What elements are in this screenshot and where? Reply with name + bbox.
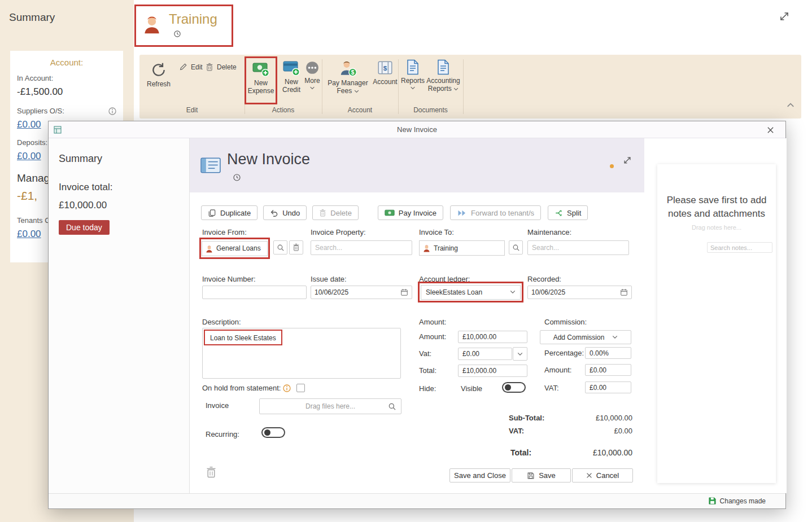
new-credit-icon bbox=[283, 59, 300, 76]
search-icon[interactable] bbox=[388, 402, 396, 411]
entity-title: Training bbox=[169, 11, 217, 27]
ribbon-toolbar: Refresh Edit Delete Edit NewExpense NewC bbox=[139, 55, 801, 119]
save-button[interactable]: Save bbox=[512, 468, 571, 482]
forward-icon bbox=[457, 209, 467, 217]
invoice-to-label: Invoice To: bbox=[419, 228, 454, 236]
account-button[interactable]: Account bbox=[372, 59, 398, 86]
more-button[interactable]: More bbox=[303, 60, 321, 90]
accounting-reports-icon bbox=[436, 59, 450, 75]
vat-label: Vat: bbox=[419, 349, 431, 358]
issue-date-label: Issue date: bbox=[311, 275, 347, 283]
close-icon[interactable] bbox=[767, 126, 774, 134]
reports-button[interactable]: Reports bbox=[400, 59, 425, 90]
account-ledger-highlight: SleekEstates Loan bbox=[418, 282, 523, 302]
invoice-from-search-button[interactable] bbox=[273, 240, 287, 255]
split-icon bbox=[555, 209, 563, 217]
invoice-number-input[interactable] bbox=[202, 286, 307, 299]
line-total-input[interactable] bbox=[458, 365, 527, 377]
hide-state: Visible bbox=[461, 384, 482, 393]
expand-icon[interactable] bbox=[622, 155, 632, 165]
cancel-button[interactable]: Cancel bbox=[572, 468, 633, 482]
on-hold-row: On hold from statement: bbox=[202, 384, 305, 392]
delete-button[interactable]: Delete bbox=[206, 63, 237, 72]
invoice-to-field[interactable]: Training bbox=[419, 240, 505, 256]
history-icon[interactable] bbox=[173, 30, 181, 38]
vat-input[interactable] bbox=[458, 348, 512, 360]
invoice-total-value: £10,000.00 bbox=[59, 200, 179, 211]
chevron-down-icon bbox=[309, 86, 315, 90]
description-box[interactable]: Loan to Sleek Estates bbox=[202, 328, 401, 379]
invoice-to-search-button[interactable] bbox=[509, 240, 523, 255]
toggle-knob bbox=[264, 429, 270, 436]
hide-label: Hide: bbox=[419, 384, 436, 393]
grand-total-value: £10,000.00 bbox=[593, 448, 632, 457]
vat-total-label: VAT: bbox=[509, 427, 524, 435]
pay-invoice-button[interactable]: Pay Invoice bbox=[378, 205, 443, 220]
accounting-reports-button[interactable]: AccountingReports bbox=[425, 59, 461, 93]
refresh-button[interactable]: Refresh bbox=[143, 62, 174, 88]
chevron-down-icon bbox=[410, 86, 416, 90]
add-commission-select[interactable]: Add Commission bbox=[540, 330, 631, 344]
modal-title: New Invoice bbox=[49, 125, 785, 134]
invoice-property-input[interactable] bbox=[311, 240, 412, 255]
calendar-icon[interactable] bbox=[620, 288, 628, 296]
collapse-ribbon-icon[interactable] bbox=[787, 102, 794, 108]
invoice-from-clear-button[interactable] bbox=[289, 240, 303, 255]
refresh-icon bbox=[150, 62, 167, 78]
vat-dropdown-button[interactable] bbox=[513, 347, 527, 361]
commission-vat-input[interactable] bbox=[585, 381, 631, 393]
copy-icon bbox=[208, 209, 216, 217]
line-total-label: Total: bbox=[419, 366, 436, 375]
new-credit-button[interactable]: NewCredit bbox=[280, 59, 303, 94]
suppliers-value-link[interactable]: £0.00 bbox=[17, 119, 41, 130]
changes-made-text: Changes made bbox=[720, 497, 766, 505]
person-icon bbox=[206, 244, 213, 253]
invoice-from-label: Invoice From: bbox=[202, 228, 247, 236]
search-icon bbox=[512, 244, 520, 252]
undo-button[interactable]: Undo bbox=[263, 205, 307, 220]
person-icon bbox=[423, 244, 430, 252]
invoice-number-label: Invoice Number: bbox=[202, 275, 256, 283]
delete-invoice-button[interactable]: Delete bbox=[312, 205, 359, 220]
calendar-icon[interactable] bbox=[400, 288, 408, 296]
description-text-highlight: Loan to Sleek Estates bbox=[204, 330, 282, 345]
notes-card[interactable]: Drag notes here... Please save first to … bbox=[657, 164, 776, 483]
forward-to-tenants-button[interactable]: Forward to tenant/s bbox=[450, 205, 541, 220]
info-icon[interactable] bbox=[283, 384, 291, 392]
vat-total-value: £0.00 bbox=[614, 427, 632, 435]
invoice-dropzone[interactable]: Drag files here... bbox=[259, 398, 401, 414]
summary-title: Summary bbox=[9, 11, 55, 24]
info-icon[interactable] bbox=[108, 107, 116, 115]
money-icon bbox=[385, 209, 395, 217]
save-and-close-button[interactable]: Save and Close bbox=[449, 468, 510, 482]
hide-toggle[interactable] bbox=[502, 382, 526, 393]
delete-attachment-icon[interactable] bbox=[206, 466, 217, 479]
percentage-input[interactable] bbox=[585, 347, 631, 359]
duplicate-button[interactable]: Duplicate bbox=[201, 205, 257, 220]
edit-button[interactable]: Edit bbox=[179, 63, 203, 71]
recorded-field bbox=[527, 286, 632, 299]
notes-drag-placeholder: Drag notes here... bbox=[657, 224, 776, 231]
recorded-input[interactable] bbox=[531, 288, 618, 296]
expand-icon[interactable] bbox=[778, 10, 791, 23]
modal-titlebar[interactable]: New Invoice bbox=[49, 121, 785, 138]
search-icon bbox=[277, 244, 285, 252]
issue-date-field bbox=[311, 286, 412, 299]
pay-manager-fees-button[interactable]: Pay ManagerFees bbox=[325, 59, 371, 95]
commission-amount-input[interactable] bbox=[585, 364, 631, 376]
amount-input[interactable] bbox=[458, 331, 527, 343]
new-expense-button[interactable]: NewExpense bbox=[247, 60, 275, 95]
history-icon[interactable] bbox=[233, 173, 241, 182]
on-hold-checkbox[interactable] bbox=[296, 384, 305, 392]
maintenance-input[interactable] bbox=[527, 240, 629, 255]
invoice-from-field[interactable]: General Loans bbox=[202, 241, 268, 256]
tenants-value-link[interactable]: £0.00 bbox=[17, 229, 41, 240]
recurring-toggle[interactable] bbox=[261, 427, 285, 438]
issue-date-input[interactable] bbox=[315, 288, 398, 296]
close-icon bbox=[586, 472, 592, 479]
account-ledger-select[interactable]: SleekEstates Loan bbox=[421, 285, 521, 300]
notes-search-input[interactable] bbox=[707, 242, 772, 253]
deposits-value-link[interactable]: £0.00 bbox=[17, 151, 41, 162]
split-button[interactable]: Split bbox=[548, 205, 588, 220]
ribbon-group-edit: Edit bbox=[139, 106, 245, 114]
